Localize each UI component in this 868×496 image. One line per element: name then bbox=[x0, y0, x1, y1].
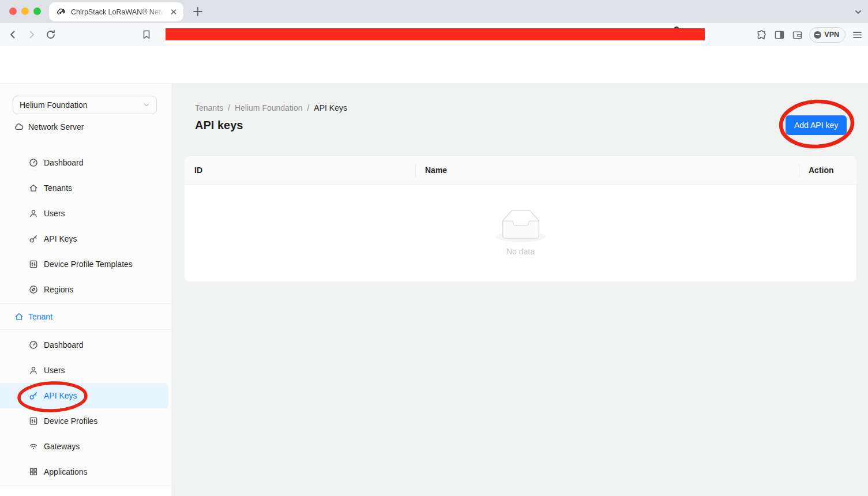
control-icon bbox=[29, 416, 38, 426]
empty-inbox-icon bbox=[495, 210, 546, 242]
window-controls[interactable] bbox=[9, 7, 41, 15]
back-button[interactable] bbox=[6, 28, 19, 41]
tenant-menu: Dashboard Users API Keys Device Profiles… bbox=[0, 332, 171, 484]
sidebar: Helium Foundation Network Server Dashboa… bbox=[0, 84, 171, 486]
chirpstack-favicon-icon bbox=[57, 7, 66, 17]
network-server-menu: Dashboard Tenants Users API Keys Device … bbox=[0, 150, 171, 302]
breadcrumb-separator: / bbox=[228, 103, 230, 112]
breadcrumb-api-keys: API Keys bbox=[314, 103, 347, 112]
column-divider bbox=[799, 164, 799, 177]
column-divider bbox=[415, 164, 416, 177]
sidebar-item-tenant-device-profiles[interactable]: Device Profiles bbox=[0, 408, 168, 434]
sidebar-item-ns-dashboard[interactable]: Dashboard bbox=[0, 150, 168, 175]
sidebar-item-tenant-gateways[interactable]: Gateways bbox=[0, 434, 168, 459]
app-header: ChirpStack ? admin bbox=[0, 46, 868, 84]
reload-button[interactable] bbox=[44, 28, 57, 41]
main-content: Tenants / Helium Foundation / API Keys A… bbox=[171, 84, 868, 496]
breadcrumb-helium-foundation[interactable]: Helium Foundation bbox=[235, 103, 303, 112]
no-data-text: No data bbox=[506, 247, 535, 256]
wifi-icon bbox=[29, 442, 38, 451]
control-icon bbox=[29, 260, 38, 269]
vpn-button[interactable]: VPN bbox=[809, 27, 846, 43]
sidebar-item-tenant-api-keys[interactable]: API Keys bbox=[0, 383, 168, 408]
sidebar-item-tenant-users[interactable]: Users bbox=[0, 358, 168, 383]
section-label: Tenant bbox=[28, 312, 52, 321]
appstore-icon bbox=[29, 467, 38, 476]
breadcrumb-tenants[interactable]: Tenants bbox=[195, 103, 223, 112]
zoom-window-button[interactable] bbox=[33, 7, 41, 15]
extensions-icon[interactable] bbox=[756, 29, 768, 41]
tab-search-chevron-icon[interactable] bbox=[854, 8, 862, 16]
compass-icon bbox=[29, 285, 38, 294]
user-icon bbox=[29, 209, 38, 218]
wallet-icon[interactable] bbox=[791, 29, 803, 41]
key-icon bbox=[29, 234, 38, 243]
home-icon bbox=[29, 183, 38, 193]
section-network-server: Network Server bbox=[14, 122, 84, 131]
browser-tab-strip: ChirpStack LoRaWAN® Netwo ✕ bbox=[0, 0, 868, 23]
api-keys-table: ID Name Action No data bbox=[185, 156, 856, 281]
sidebar-panel-icon[interactable] bbox=[773, 29, 786, 41]
sidebar-item-ns-users[interactable]: Users bbox=[0, 201, 168, 226]
tenant-selector[interactable]: Helium Foundation bbox=[13, 96, 157, 114]
tenant-selector-value: Helium Foundation bbox=[20, 100, 88, 110]
sidebar-item-ns-device-profile-templates[interactable]: Device Profile Templates bbox=[0, 251, 168, 277]
tab-title: ChirpStack LoRaWAN® Netwo bbox=[71, 8, 164, 16]
empty-state: No data bbox=[185, 185, 856, 281]
browser-tab[interactable]: ChirpStack LoRaWAN® Netwo ✕ bbox=[49, 2, 183, 21]
column-header-name: Name bbox=[415, 166, 799, 175]
section-tenant[interactable]: Tenant bbox=[0, 303, 171, 330]
menu-icon[interactable] bbox=[851, 29, 863, 41]
page-title: API keys bbox=[195, 119, 243, 132]
sidebar-item-ns-tenants[interactable]: Tenants bbox=[0, 175, 168, 201]
toolbar-right-controls: VPN bbox=[756, 23, 863, 46]
sidebar-item-tenant-dashboard[interactable]: Dashboard bbox=[0, 332, 168, 358]
close-window-button[interactable] bbox=[9, 7, 17, 15]
vpn-label: VPN bbox=[824, 31, 839, 39]
user-icon bbox=[29, 366, 38, 375]
dashboard-icon bbox=[29, 158, 38, 167]
breadcrumb-separator: / bbox=[307, 103, 309, 112]
dashboard-icon bbox=[29, 340, 38, 350]
add-api-key-button[interactable]: Add API key bbox=[786, 115, 847, 135]
minimize-window-button[interactable] bbox=[21, 7, 29, 15]
forward-button[interactable] bbox=[25, 28, 38, 41]
sidebar-item-tenant-applications[interactable]: Applications bbox=[0, 459, 168, 484]
section-label: Network Server bbox=[28, 122, 84, 131]
sidebar-item-ns-regions[interactable]: Regions bbox=[0, 277, 168, 302]
new-tab-button[interactable] bbox=[193, 6, 203, 17]
tab-close-icon[interactable]: ✕ bbox=[168, 7, 179, 17]
column-header-action: Action bbox=[799, 166, 856, 175]
column-header-id: ID bbox=[185, 166, 415, 175]
table-header: ID Name Action bbox=[185, 156, 856, 185]
chevron-down-icon bbox=[143, 102, 150, 108]
breadcrumb: Tenants / Helium Foundation / API Keys bbox=[195, 103, 347, 112]
address-bar[interactable] bbox=[160, 25, 708, 44]
home-icon bbox=[14, 312, 24, 321]
bookmark-icon[interactable] bbox=[141, 29, 152, 40]
url-redaction-bar bbox=[166, 28, 705, 40]
sidebar-item-ns-api-keys[interactable]: API Keys bbox=[0, 226, 168, 251]
cloud-icon bbox=[14, 122, 24, 131]
key-icon bbox=[29, 391, 38, 400]
sidebar-footer-area bbox=[0, 486, 171, 496]
vpn-status-icon bbox=[814, 31, 821, 39]
